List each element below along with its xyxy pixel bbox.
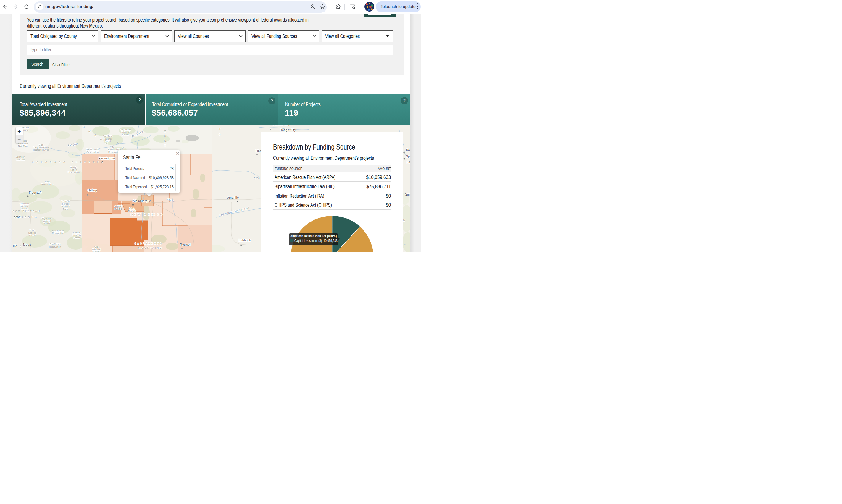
svg-text:nix: nix: [13, 244, 17, 247]
svg-text:Forest: Forest: [122, 133, 129, 136]
svg-text:Roge: Roge: [406, 148, 410, 152]
svg-text:Forest: Forest: [43, 222, 50, 225]
svg-text:MOUNTAINS: MOUNTAINS: [138, 246, 162, 249]
svg-text:Recreation Area: Recreation Area: [33, 148, 49, 151]
svg-text:Garden City: Garden City: [272, 125, 290, 126]
svg-text:U: U: [164, 134, 166, 138]
svg-text:Albuquerque: Albuquerque: [132, 199, 151, 203]
svg-text:Reservation: Reservation: [52, 232, 64, 235]
svg-text:Dodge City: Dodge City: [280, 128, 296, 132]
svg-text:T: T: [219, 127, 220, 130]
svg-text:O: O: [219, 133, 221, 136]
svg-text:Forest: Forest: [74, 236, 80, 239]
svg-text:T: T: [164, 144, 166, 147]
svg-text:Amarillo: Amarillo: [227, 196, 239, 199]
svg-text:Smith: Smith: [405, 193, 410, 196]
svg-text:Park: Park: [63, 208, 68, 210]
svg-text:Mesa: Mesa: [23, 243, 31, 246]
svg-text:Lubbock: Lubbock: [239, 239, 251, 242]
svg-text:N: N: [164, 139, 166, 142]
svg-text:Sprin: Sprin: [406, 155, 410, 158]
svg-text:Farmington: Farmington: [98, 157, 115, 160]
svg-text:Forest: Forest: [93, 251, 100, 252]
svg-text:N T: N T: [403, 219, 410, 222]
svg-text:Fayet: Fayet: [407, 160, 410, 164]
svg-text:Nat'l Mon: Nat'l Mon: [18, 145, 27, 147]
svg-text:Forest: Forest: [22, 129, 29, 132]
svg-text:Pueblo: Pueblo: [128, 210, 136, 213]
svg-text:Reservation: Reservation: [49, 246, 61, 248]
svg-text:SCO PLATEAU: SCO PLATEAU: [13, 210, 40, 213]
svg-text:Roswell: Roswell: [180, 243, 192, 246]
svg-text:Reservation: Reservation: [87, 151, 98, 154]
svg-text:Cliffs NM: Cliffs NM: [16, 158, 25, 161]
svg-text:scott: scott: [14, 215, 20, 219]
svg-text:Reservation: Reservation: [41, 183, 53, 186]
svg-text:Forest: Forest: [29, 234, 36, 237]
svg-text:Gallup: Gallup: [88, 189, 97, 192]
svg-text:NEW MEXICO: NEW MEXICO: [131, 213, 164, 216]
svg-text:SACRAMENTO: SACRAMENTO: [135, 242, 163, 245]
svg-text:Pueblo: Pueblo: [114, 207, 122, 210]
svg-text:Flagstaff: Flagstaff: [29, 191, 42, 194]
svg-text:O: O: [164, 130, 166, 133]
svg-text:Reservation: Reservation: [68, 171, 79, 174]
svg-text:COLORADO PLATEAU: COLORADO PLATEAU: [32, 161, 102, 164]
